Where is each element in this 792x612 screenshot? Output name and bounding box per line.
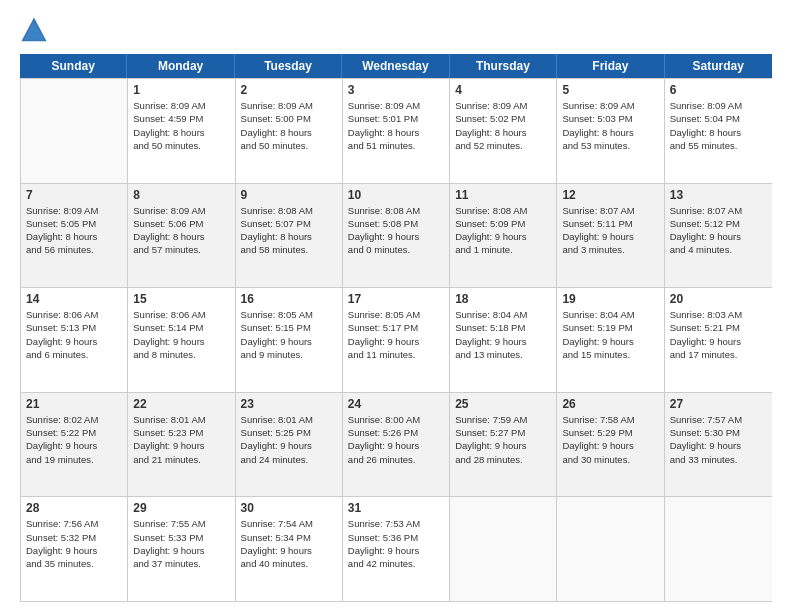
calendar-cell bbox=[21, 79, 128, 183]
cell-info: Sunrise: 8:03 AM Sunset: 5:21 PM Dayligh… bbox=[670, 308, 767, 361]
calendar-cell: 25Sunrise: 7:59 AM Sunset: 5:27 PM Dayli… bbox=[450, 393, 557, 497]
cell-info: Sunrise: 8:09 AM Sunset: 5:01 PM Dayligh… bbox=[348, 99, 444, 152]
cell-info: Sunrise: 8:05 AM Sunset: 5:15 PM Dayligh… bbox=[241, 308, 337, 361]
calendar-cell bbox=[557, 497, 664, 601]
cell-info: Sunrise: 8:09 AM Sunset: 5:00 PM Dayligh… bbox=[241, 99, 337, 152]
calendar-cell: 2Sunrise: 8:09 AM Sunset: 5:00 PM Daylig… bbox=[236, 79, 343, 183]
header bbox=[20, 16, 772, 44]
calendar-cell: 3Sunrise: 8:09 AM Sunset: 5:01 PM Daylig… bbox=[343, 79, 450, 183]
calendar-cell: 15Sunrise: 8:06 AM Sunset: 5:14 PM Dayli… bbox=[128, 288, 235, 392]
day-number: 2 bbox=[241, 83, 337, 97]
day-number: 23 bbox=[241, 397, 337, 411]
calendar-row: 7Sunrise: 8:09 AM Sunset: 5:05 PM Daylig… bbox=[21, 184, 772, 289]
cell-info: Sunrise: 8:06 AM Sunset: 5:13 PM Dayligh… bbox=[26, 308, 122, 361]
calendar-row: 14Sunrise: 8:06 AM Sunset: 5:13 PM Dayli… bbox=[21, 288, 772, 393]
day-number: 24 bbox=[348, 397, 444, 411]
cell-info: Sunrise: 8:07 AM Sunset: 5:12 PM Dayligh… bbox=[670, 204, 767, 257]
calendar-cell: 1Sunrise: 8:09 AM Sunset: 4:59 PM Daylig… bbox=[128, 79, 235, 183]
cell-info: Sunrise: 8:00 AM Sunset: 5:26 PM Dayligh… bbox=[348, 413, 444, 466]
day-number: 5 bbox=[562, 83, 658, 97]
calendar-cell: 11Sunrise: 8:08 AM Sunset: 5:09 PM Dayli… bbox=[450, 184, 557, 288]
day-number: 7 bbox=[26, 188, 122, 202]
day-number: 14 bbox=[26, 292, 122, 306]
cell-info: Sunrise: 8:07 AM Sunset: 5:11 PM Dayligh… bbox=[562, 204, 658, 257]
cell-info: Sunrise: 8:01 AM Sunset: 5:23 PM Dayligh… bbox=[133, 413, 229, 466]
cell-info: Sunrise: 8:09 AM Sunset: 5:02 PM Dayligh… bbox=[455, 99, 551, 152]
calendar-row: 21Sunrise: 8:02 AM Sunset: 5:22 PM Dayli… bbox=[21, 393, 772, 498]
calendar-cell: 10Sunrise: 8:08 AM Sunset: 5:08 PM Dayli… bbox=[343, 184, 450, 288]
calendar-header-cell: Monday bbox=[127, 54, 234, 78]
calendar-header: SundayMondayTuesdayWednesdayThursdayFrid… bbox=[20, 54, 772, 78]
cell-info: Sunrise: 8:04 AM Sunset: 5:18 PM Dayligh… bbox=[455, 308, 551, 361]
calendar-body: 1Sunrise: 8:09 AM Sunset: 4:59 PM Daylig… bbox=[20, 78, 772, 602]
calendar-cell: 20Sunrise: 8:03 AM Sunset: 5:21 PM Dayli… bbox=[665, 288, 772, 392]
calendar-header-cell: Thursday bbox=[450, 54, 557, 78]
cell-info: Sunrise: 8:09 AM Sunset: 4:59 PM Dayligh… bbox=[133, 99, 229, 152]
calendar-cell: 8Sunrise: 8:09 AM Sunset: 5:06 PM Daylig… bbox=[128, 184, 235, 288]
cell-info: Sunrise: 8:02 AM Sunset: 5:22 PM Dayligh… bbox=[26, 413, 122, 466]
logo-icon bbox=[20, 16, 48, 44]
day-number: 19 bbox=[562, 292, 658, 306]
cell-info: Sunrise: 8:09 AM Sunset: 5:03 PM Dayligh… bbox=[562, 99, 658, 152]
day-number: 4 bbox=[455, 83, 551, 97]
cell-info: Sunrise: 8:05 AM Sunset: 5:17 PM Dayligh… bbox=[348, 308, 444, 361]
calendar-header-cell: Friday bbox=[557, 54, 664, 78]
day-number: 12 bbox=[562, 188, 658, 202]
cell-info: Sunrise: 7:59 AM Sunset: 5:27 PM Dayligh… bbox=[455, 413, 551, 466]
day-number: 9 bbox=[241, 188, 337, 202]
day-number: 29 bbox=[133, 501, 229, 515]
day-number: 20 bbox=[670, 292, 767, 306]
day-number: 16 bbox=[241, 292, 337, 306]
calendar-cell: 26Sunrise: 7:58 AM Sunset: 5:29 PM Dayli… bbox=[557, 393, 664, 497]
calendar-cell: 28Sunrise: 7:56 AM Sunset: 5:32 PM Dayli… bbox=[21, 497, 128, 601]
calendar-cell: 12Sunrise: 8:07 AM Sunset: 5:11 PM Dayli… bbox=[557, 184, 664, 288]
cell-info: Sunrise: 8:01 AM Sunset: 5:25 PM Dayligh… bbox=[241, 413, 337, 466]
day-number: 11 bbox=[455, 188, 551, 202]
calendar-row: 1Sunrise: 8:09 AM Sunset: 4:59 PM Daylig… bbox=[21, 79, 772, 184]
day-number: 17 bbox=[348, 292, 444, 306]
day-number: 15 bbox=[133, 292, 229, 306]
calendar-header-cell: Wednesday bbox=[342, 54, 449, 78]
cell-info: Sunrise: 7:54 AM Sunset: 5:34 PM Dayligh… bbox=[241, 517, 337, 570]
calendar-header-cell: Sunday bbox=[20, 54, 127, 78]
calendar-cell: 7Sunrise: 8:09 AM Sunset: 5:05 PM Daylig… bbox=[21, 184, 128, 288]
calendar-cell: 17Sunrise: 8:05 AM Sunset: 5:17 PM Dayli… bbox=[343, 288, 450, 392]
cell-info: Sunrise: 8:09 AM Sunset: 5:04 PM Dayligh… bbox=[670, 99, 767, 152]
calendar-cell: 29Sunrise: 7:55 AM Sunset: 5:33 PM Dayli… bbox=[128, 497, 235, 601]
logo bbox=[20, 16, 52, 44]
cell-info: Sunrise: 8:09 AM Sunset: 5:06 PM Dayligh… bbox=[133, 204, 229, 257]
calendar-cell: 18Sunrise: 8:04 AM Sunset: 5:18 PM Dayli… bbox=[450, 288, 557, 392]
day-number: 18 bbox=[455, 292, 551, 306]
day-number: 10 bbox=[348, 188, 444, 202]
cell-info: Sunrise: 7:58 AM Sunset: 5:29 PM Dayligh… bbox=[562, 413, 658, 466]
cell-info: Sunrise: 8:04 AM Sunset: 5:19 PM Dayligh… bbox=[562, 308, 658, 361]
cell-info: Sunrise: 8:08 AM Sunset: 5:07 PM Dayligh… bbox=[241, 204, 337, 257]
day-number: 22 bbox=[133, 397, 229, 411]
cell-info: Sunrise: 7:56 AM Sunset: 5:32 PM Dayligh… bbox=[26, 517, 122, 570]
day-number: 13 bbox=[670, 188, 767, 202]
cell-info: Sunrise: 8:09 AM Sunset: 5:05 PM Dayligh… bbox=[26, 204, 122, 257]
day-number: 21 bbox=[26, 397, 122, 411]
calendar-cell: 16Sunrise: 8:05 AM Sunset: 5:15 PM Dayli… bbox=[236, 288, 343, 392]
calendar-header-cell: Saturday bbox=[665, 54, 772, 78]
cell-info: Sunrise: 7:55 AM Sunset: 5:33 PM Dayligh… bbox=[133, 517, 229, 570]
day-number: 3 bbox=[348, 83, 444, 97]
day-number: 1 bbox=[133, 83, 229, 97]
cell-info: Sunrise: 7:57 AM Sunset: 5:30 PM Dayligh… bbox=[670, 413, 767, 466]
calendar-cell: 6Sunrise: 8:09 AM Sunset: 5:04 PM Daylig… bbox=[665, 79, 772, 183]
calendar-cell: 19Sunrise: 8:04 AM Sunset: 5:19 PM Dayli… bbox=[557, 288, 664, 392]
cell-info: Sunrise: 8:08 AM Sunset: 5:09 PM Dayligh… bbox=[455, 204, 551, 257]
cell-info: Sunrise: 8:06 AM Sunset: 5:14 PM Dayligh… bbox=[133, 308, 229, 361]
calendar-cell: 14Sunrise: 8:06 AM Sunset: 5:13 PM Dayli… bbox=[21, 288, 128, 392]
day-number: 6 bbox=[670, 83, 767, 97]
day-number: 26 bbox=[562, 397, 658, 411]
calendar-cell: 5Sunrise: 8:09 AM Sunset: 5:03 PM Daylig… bbox=[557, 79, 664, 183]
calendar-cell: 4Sunrise: 8:09 AM Sunset: 5:02 PM Daylig… bbox=[450, 79, 557, 183]
calendar-cell bbox=[665, 497, 772, 601]
calendar-cell: 22Sunrise: 8:01 AM Sunset: 5:23 PM Dayli… bbox=[128, 393, 235, 497]
calendar-cell: 21Sunrise: 8:02 AM Sunset: 5:22 PM Dayli… bbox=[21, 393, 128, 497]
calendar: SundayMondayTuesdayWednesdayThursdayFrid… bbox=[20, 54, 772, 602]
day-number: 28 bbox=[26, 501, 122, 515]
calendar-cell bbox=[450, 497, 557, 601]
calendar-row: 28Sunrise: 7:56 AM Sunset: 5:32 PM Dayli… bbox=[21, 497, 772, 602]
